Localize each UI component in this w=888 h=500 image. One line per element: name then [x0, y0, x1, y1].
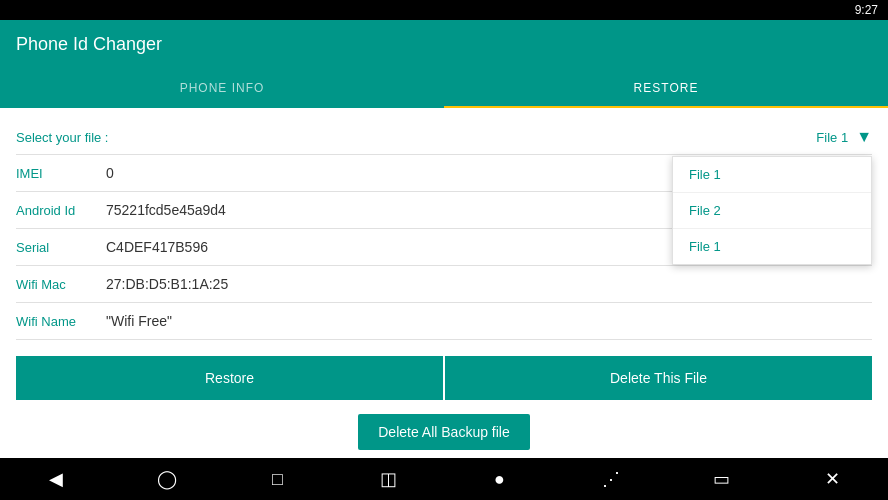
action-button-row: Restore Delete This File	[16, 356, 872, 400]
tab-restore[interactable]: RESTORE	[444, 68, 888, 108]
nav-bar: ◀ ◯ □ ◫ ● ⋰ ▭ ✕	[0, 458, 888, 500]
nav-back-icon[interactable]: ◀	[36, 459, 76, 499]
wifi-mac-label: Wifi Mac	[16, 277, 106, 292]
select-file-label: Select your file :	[16, 130, 116, 145]
serial-label: Serial	[16, 240, 106, 255]
wifi-mac-value: 27:DB:D5:B1:1A:25	[106, 276, 228, 292]
dropdown-option-3[interactable]: File 1	[673, 229, 871, 264]
delete-all-button[interactable]: Delete All Backup file	[358, 414, 530, 450]
android-id-value: 75221fcd5e45a9d4	[106, 202, 226, 218]
serial-value: C4DEF417B596	[106, 239, 208, 255]
tab-phone-info[interactable]: PHONE INFO	[0, 68, 444, 108]
nav-home-icon[interactable]: ◯	[147, 459, 187, 499]
app-bar: Phone Id Changer	[0, 20, 888, 68]
delete-all-row: Delete All Backup file	[16, 414, 872, 450]
nav-share-icon[interactable]: ⋰	[591, 459, 631, 499]
dropdown-arrow-icon[interactable]: ▼	[856, 128, 872, 146]
dropdown-option-1[interactable]: File 1	[673, 157, 871, 193]
nav-square-icon[interactable]: □	[258, 459, 298, 499]
select-file-row: Select your file : File 1 ▼ File 1 File …	[16, 120, 872, 155]
wifi-name-label: Wifi Name	[16, 314, 106, 329]
main-content: Select your file : File 1 ▼ File 1 File …	[0, 108, 888, 462]
nav-keyboard-icon[interactable]: ◫	[369, 459, 409, 499]
tab-bar: PHONE INFO RESTORE	[0, 68, 888, 108]
imei-label: IMEI	[16, 166, 106, 181]
imei-value: 0	[106, 165, 114, 181]
delete-file-button[interactable]: Delete This File	[445, 356, 872, 400]
status-time: 9:27	[855, 3, 878, 17]
app-title: Phone Id Changer	[16, 34, 162, 55]
dropdown-option-2[interactable]: File 2	[673, 193, 871, 229]
wifi-name-value: "Wifi Free"	[106, 313, 172, 329]
status-bar: 9:27	[0, 0, 888, 20]
select-file-value: File 1	[116, 130, 856, 145]
wifi-name-row: Wifi Name "Wifi Free"	[16, 303, 872, 340]
android-id-label: Android Id	[16, 203, 106, 218]
nav-location-icon[interactable]: ●	[480, 459, 520, 499]
nav-close-icon[interactable]: ✕	[813, 459, 853, 499]
restore-button[interactable]: Restore	[16, 356, 443, 400]
dropdown-menu: File 1 File 2 File 1	[672, 156, 872, 265]
nav-window-icon[interactable]: ▭	[702, 459, 742, 499]
wifi-mac-row: Wifi Mac 27:DB:D5:B1:1A:25	[16, 266, 872, 303]
